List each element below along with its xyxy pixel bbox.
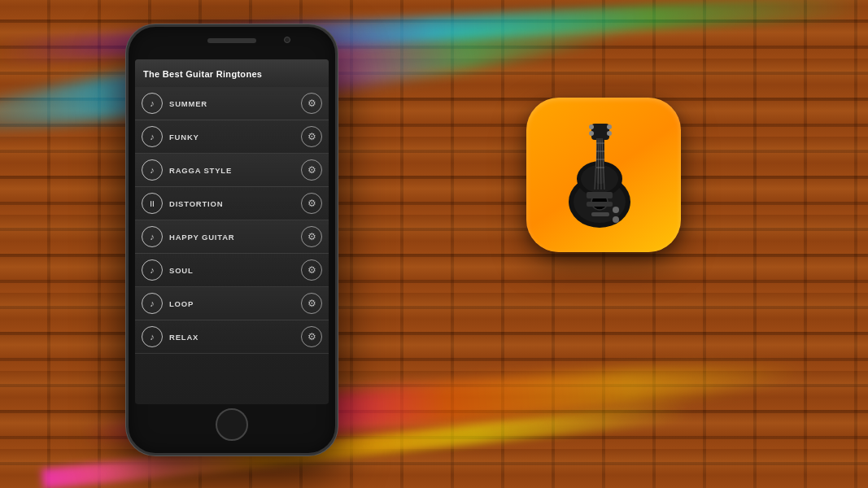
- svg-rect-22: [587, 202, 613, 207]
- settings-icon[interactable]: ⚙: [301, 193, 322, 214]
- list-item[interactable]: ♪FUNKY⚙: [135, 120, 329, 154]
- play-icon[interactable]: ♪: [142, 226, 163, 247]
- svg-rect-20: [591, 212, 609, 216]
- svg-rect-11: [591, 124, 609, 140]
- play-icon[interactable]: ♪: [142, 293, 163, 314]
- list-item[interactable]: ⏸DISTORTION⚙: [135, 187, 329, 220]
- svg-point-14: [607, 124, 612, 129]
- play-icon[interactable]: ♪: [142, 126, 163, 147]
- ringtone-name: FUNKY: [169, 133, 301, 142]
- ringtone-name: HAPPY GUITAR: [169, 233, 301, 242]
- phone: The Best Guitar Ringtones ♪SUMMER⚙♪FUNKY…: [126, 24, 338, 455]
- play-icon[interactable]: ♪: [142, 326, 163, 347]
- screen-title: The Best Guitar Ringtones: [143, 69, 321, 79]
- settings-icon[interactable]: ⚙: [301, 226, 322, 247]
- ringtone-name: SOUL: [169, 266, 301, 275]
- svg-rect-21: [587, 192, 613, 198]
- svg-point-23: [613, 207, 619, 213]
- list-item[interactable]: ♪RAGGA STYLE⚙: [135, 154, 329, 187]
- phone-screen: The Best Guitar Ringtones ♪SUMMER⚙♪FUNKY…: [135, 59, 329, 404]
- ringtone-list: ♪SUMMER⚙♪FUNKY⚙♪RAGGA STYLE⚙⏸DISTORTION⚙…: [135, 87, 329, 354]
- ringtone-name: RELAX: [169, 333, 301, 342]
- list-item[interactable]: ♪SOUL⚙: [135, 254, 329, 287]
- settings-icon[interactable]: ⚙: [301, 293, 322, 314]
- play-icon[interactable]: ♪: [142, 93, 163, 114]
- list-item[interactable]: ♪RELAX⚙: [135, 320, 329, 354]
- svg-point-13: [589, 131, 594, 136]
- ringtone-name: SUMMER: [169, 99, 301, 108]
- guitar-icon: [551, 112, 656, 238]
- phone-camera: [284, 37, 290, 43]
- list-item[interactable]: ♪LOOP⚙: [135, 287, 329, 320]
- pause-icon[interactable]: ⏸: [142, 193, 163, 214]
- ringtone-name: RAGGA STYLE: [169, 166, 301, 175]
- svg-point-15: [607, 131, 612, 136]
- play-icon[interactable]: ♪: [142, 259, 163, 281]
- play-icon[interactable]: ♪: [142, 159, 163, 181]
- phone-home-button[interactable]: [216, 408, 248, 441]
- phone-speaker: [207, 38, 256, 43]
- settings-icon[interactable]: ⚙: [301, 259, 322, 281]
- ringtone-name: DISTORTION: [169, 199, 301, 208]
- screen-header: The Best Guitar Ringtones: [135, 59, 329, 87]
- app-icon: [526, 98, 681, 252]
- svg-point-12: [589, 124, 594, 129]
- list-item[interactable]: ♪HAPPY GUITAR⚙: [135, 220, 329, 254]
- svg-point-24: [613, 216, 619, 223]
- settings-icon[interactable]: ⚙: [301, 326, 322, 347]
- settings-icon[interactable]: ⚙: [301, 126, 322, 147]
- list-item[interactable]: ♪SUMMER⚙: [135, 87, 329, 120]
- settings-icon[interactable]: ⚙: [301, 159, 322, 181]
- settings-icon[interactable]: ⚙: [301, 93, 322, 114]
- ringtone-name: LOOP: [169, 299, 301, 308]
